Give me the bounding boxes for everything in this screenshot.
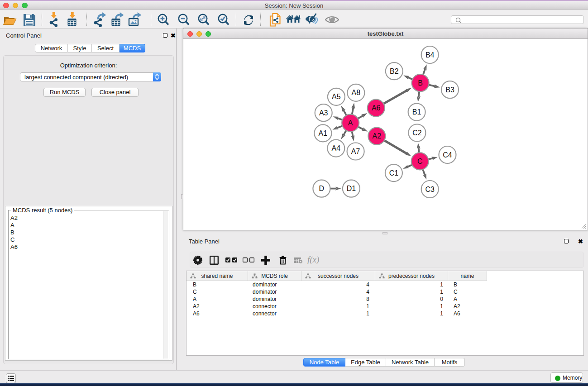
- svg-text:C2: C2: [412, 129, 422, 137]
- svg-text:B3: B3: [445, 86, 454, 94]
- svg-text:A: A: [348, 119, 353, 127]
- svg-text:C1: C1: [389, 169, 399, 177]
- svg-text:B2: B2: [390, 67, 399, 75]
- svg-text:C3: C3: [425, 186, 435, 193]
- svg-text:A3: A3: [319, 109, 328, 117]
- svg-text:A4: A4: [332, 144, 341, 152]
- svg-text:B1: B1: [412, 108, 421, 116]
- svg-text:A7: A7: [351, 148, 360, 155]
- svg-text:A8: A8: [352, 89, 361, 96]
- svg-text:f(x): f(x): [307, 256, 319, 265]
- svg-text:A5: A5: [332, 93, 341, 100]
- svg-text:C: C: [417, 157, 423, 165]
- svg-text:C4: C4: [443, 151, 452, 159]
- svg-text:A2: A2: [373, 132, 382, 140]
- svg-text:D: D: [319, 185, 325, 192]
- svg-text:A6: A6: [372, 104, 381, 112]
- svg-text:A1: A1: [319, 129, 328, 137]
- svg-text:B4: B4: [425, 51, 435, 59]
- svg-text:B: B: [418, 79, 423, 87]
- svg-text:D1: D1: [347, 185, 356, 192]
